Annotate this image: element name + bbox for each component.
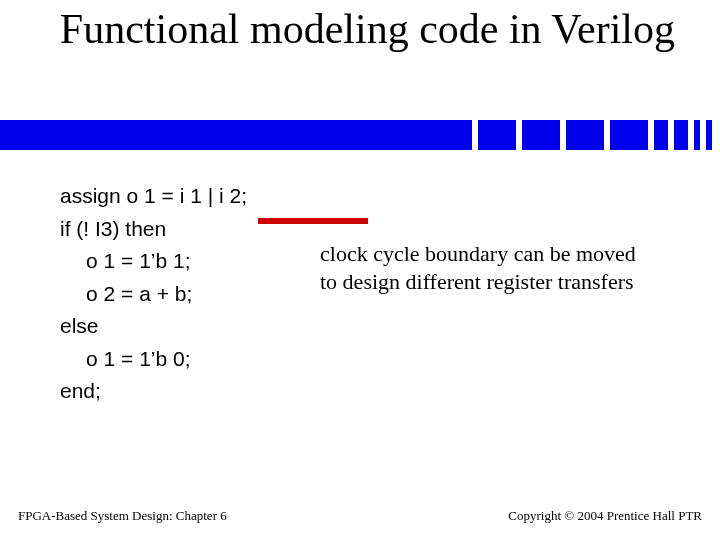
- code-line: assign o 1 = i 1 | i 2;: [60, 184, 247, 207]
- code-line: if (! I3) then: [60, 217, 166, 240]
- code-line: end;: [60, 379, 101, 402]
- slide-title: Functional modeling code in Verilog: [0, 6, 720, 53]
- bar-seg: [654, 120, 668, 150]
- decorative-bar: [0, 120, 720, 150]
- bar-seg: [706, 120, 712, 150]
- footer-right: Copyright © 2004 Prentice Hall PTR: [508, 508, 702, 524]
- bar-seg: [522, 120, 560, 150]
- code-line: else: [60, 314, 99, 337]
- code-block: assign o 1 = i 1 | i 2; if (! I3) then o…: [60, 180, 320, 408]
- bar-seg: [478, 120, 516, 150]
- code-line: o 2 = a + b;: [60, 278, 320, 311]
- bar-seg: [610, 120, 648, 150]
- bar-seg: [566, 120, 604, 150]
- annotation-text: clock cycle boundary can be moved to des…: [320, 240, 650, 295]
- bar-seg: [674, 120, 688, 150]
- annotation-line: [258, 218, 368, 224]
- footer-left: FPGA-Based System Design: Chapter 6: [18, 508, 227, 524]
- bar-seg: [694, 120, 700, 150]
- bar-solid: [0, 120, 472, 150]
- code-line: o 1 = 1’b 0;: [60, 343, 320, 376]
- code-line: o 1 = 1’b 1;: [60, 245, 320, 278]
- slide: Functional modeling code in Verilog assi…: [0, 0, 720, 540]
